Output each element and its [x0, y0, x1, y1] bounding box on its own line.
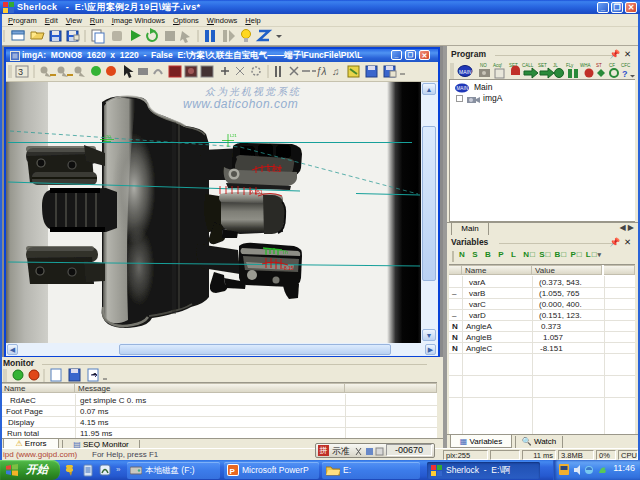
svg-text:0.151: 0.151: [250, 189, 263, 195]
svg-text:-8.15: -8.15: [282, 265, 294, 271]
svg-text:NO: NO: [480, 63, 487, 68]
svg-text:Acq!: Acq!: [493, 63, 502, 68]
svg-text:MAIN: MAIN: [457, 86, 468, 91]
svg-text:1.055: 1.055: [268, 167, 281, 173]
svg-text:ST: ST: [596, 63, 602, 68]
svg-text:MAIN: MAIN: [459, 69, 472, 75]
svg-text:Th: Th: [282, 249, 288, 255]
svg-text:SET: SET: [538, 63, 547, 68]
svg-text:www.daticohon.com: www.daticohon.com: [183, 97, 298, 111]
svg-text:FLy: FLy: [566, 63, 574, 68]
svg-text:WHA: WHA: [580, 63, 591, 68]
svg-text:众为光机视觉系统: 众为光机视觉系统: [205, 86, 301, 97]
svg-text:CALL: CALL: [522, 63, 534, 68]
svg-text:?: ?: [622, 69, 628, 79]
svg-text:ƒλ: ƒλ: [316, 66, 327, 77]
svg-text:L20: L20: [104, 134, 111, 139]
svg-text:CF: CF: [609, 63, 615, 68]
svg-text:♫: ♫: [332, 66, 340, 77]
svg-text:L21: L21: [230, 133, 237, 138]
svg-text:»: »: [116, 465, 121, 474]
svg-text:P: P: [230, 467, 236, 476]
svg-text:CFC: CFC: [621, 63, 631, 68]
svg-text:JL: JL: [553, 63, 558, 68]
svg-text:3: 3: [18, 67, 23, 77]
